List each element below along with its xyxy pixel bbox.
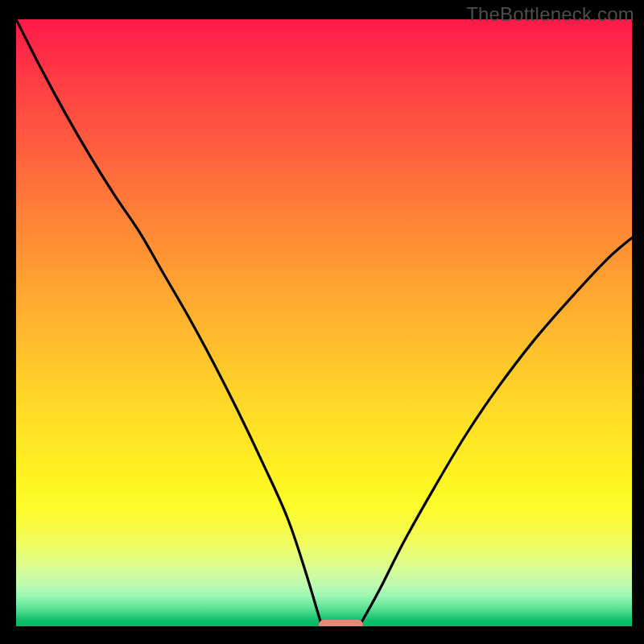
chart-frame: TheBottleneck.com	[0, 0, 644, 644]
bottom-pill-marker	[319, 620, 363, 626]
watermark-text: TheBottleneck.com	[466, 3, 634, 26]
plot-area	[16, 19, 632, 626]
left-branch-curve	[16, 19, 321, 623]
right-branch-curve	[361, 237, 632, 623]
curve-svg	[16, 19, 632, 626]
